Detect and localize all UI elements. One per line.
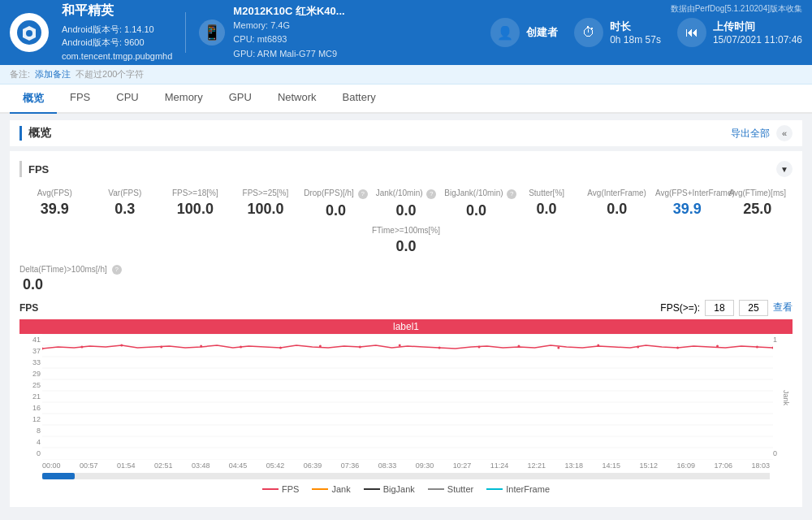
metric-interframe: Avg(InterFrame) 0.0 [581,185,652,223]
svg-point-28 [597,344,599,346]
tab-battery[interactable]: Battery [330,84,389,114]
metric-drop-fps: Drop(FPS)[/h] ? 0.0 [300,185,371,223]
upload-label: 上传时间 [713,20,802,34]
delta-value: 0.0 [23,276,793,293]
metric-var-fps-label: Var(FPS) [93,188,158,197]
overview-title: 概览 [28,126,51,141]
svg-point-31 [716,344,719,347]
svg-point-30 [676,346,679,349]
svg-point-23 [399,344,401,346]
x-axis: 00:00 00:57 01:54 02:51 03:48 04:45 05:4… [19,460,793,471]
metric-fps18: FPS>=18[%] 100.0 [160,185,231,223]
tab-network[interactable]: Network [265,84,330,114]
chart-label: FPS [19,302,38,314]
svg-point-17 [160,345,162,348]
delta-row: Delta(FTime)>100ms[/h] ? 0.0 [19,265,793,293]
fps-query-button[interactable]: 查看 [773,301,793,314]
main-content: 概览 导出全部 « FPS ▼ Avg(FPS) 39.9 Var(FPS) 0… [0,114,812,517]
tab-gpu[interactable]: GPU [216,84,265,114]
metric-avg-fps-value: 39.9 [23,201,87,218]
jank-axis-label: Jank [782,390,790,403]
device-name: M2012K10C 红米K40... [233,4,344,19]
metric-fps25: FPS>=25[%] 100.0 [231,185,301,223]
fps-collapse-button[interactable]: ▼ [776,161,793,177]
duration-value: 0h 18m 57s [610,34,661,46]
metric-avg-fps: Avg(FPS) 39.9 [19,185,90,223]
svg-point-25 [478,345,481,348]
metric-drop-fps-label: Drop(FPS)[/h] ? [304,188,368,199]
legend-fps-label: FPS [282,484,299,494]
overview-title-group: 概览 [19,126,51,141]
svg-point-26 [517,344,520,347]
chart-legend: FPS Jank BigJank Stutter InterFrame [19,481,793,497]
jank-help-icon[interactable]: ? [426,189,436,199]
add-note-link[interactable]: 添加备注 [35,68,71,80]
svg-point-18 [200,344,202,347]
chart-canvas[interactable] [42,334,773,460]
overview-header: 概览 导出全部 « [10,120,802,146]
metric-drop-fps-value: 0.0 [304,202,368,219]
metric-bigjank-label: BigJank(/10min) ? [444,188,508,199]
fps-threshold-1[interactable] [705,300,734,316]
upload-text: 上传时间 15/07/2021 11:07:46 [713,20,802,46]
legend-jank-line [312,488,328,490]
metric-ftime100-label: FTime>=100ms[%] [23,226,789,235]
metric-ftime-value: 25.0 [725,201,789,218]
fps-gte-label: FPS(>=): [660,302,700,314]
svg-point-19 [240,345,242,348]
device-icon: 📱 [199,20,225,46]
metric-fps-interframe: Avg(FPS+InterFrame) 39.9 [652,185,723,223]
tab-overview[interactable]: 概览 [10,84,57,114]
metric-fps-interframe-label: Avg(FPS+InterFrame) [655,188,719,197]
metric-avg-fps-label: Avg(FPS) [23,188,87,197]
legend-label-text: label1 [393,321,419,332]
creator-icon: 👤 [490,18,520,47]
metric-interframe-label: Avg(InterFrame) [585,188,649,197]
upload-icon: ⏮ [677,18,706,47]
tab-memory[interactable]: Memory [152,84,216,114]
metric-fps25-value: 100.0 [234,201,298,218]
duration-stat: ⏱ 时长 0h 18m 57s [574,18,661,47]
svg-point-21 [319,344,322,347]
overview-collapse-button[interactable]: « [776,125,793,141]
chart-scrollbar-thumb[interactable] [42,473,75,479]
metric-var-fps-value: 0.3 [93,201,158,218]
device-info: 📱 M2012K10C 红米K40... Memory: 7.4G CPU: m… [199,4,344,62]
fps-threshold-2[interactable] [739,300,768,316]
metric-ftime: Avg(FTime)[ms] 25.0 [722,185,793,223]
metric-fps18-label: FPS>=18[%] [163,188,227,197]
device-cpu: CPU: mt6893 [233,32,344,47]
metric-ftime100: FTime>=100ms[%] 0.0 [19,223,793,258]
delta-label: Delta(FTime)>100ms[/h] ? [19,265,793,275]
export-all-button[interactable]: 导出全部 [731,127,770,141]
header: 和平精英 Android版本号: 1.14.10 Android版本号: 960… [0,0,812,65]
metric-stutter: Stutter[%] 0.0 [512,185,582,223]
legend-jank-label: Jank [331,484,350,494]
svg-point-14 [42,347,43,349]
legend-bigjank: BigJank [364,484,415,494]
section-indicator [19,126,22,141]
metric-bigjank-value: 0.0 [444,202,508,219]
legend-bigjank-label: BigJank [383,484,415,494]
note-bar: 备注: 添加备注 不超过200个字符 [0,65,812,84]
app-info: 和平精英 Android版本号: 1.14.10 Android版本号: 960… [62,2,172,63]
chart-scrollbar[interactable] [42,473,770,479]
chart-area: 41 37 33 29 25 21 16 12 8 4 0 [19,334,793,460]
app-android-sdk: Android版本号: 9600 [62,36,172,50]
tab-fps[interactable]: FPS [57,84,103,114]
fps-section-title: FPS [28,163,49,176]
delta-help-icon[interactable]: ? [112,265,122,275]
creator-label: 创建者 [526,25,558,40]
legend-stutter-label: Stutter [447,484,473,494]
metric-fps-interframe-value: 39.9 [655,201,719,218]
metric-var-fps: Var(FPS) 0.3 [90,185,161,223]
creator-text: 创建者 [526,25,558,40]
tab-cpu[interactable]: CPU [103,84,151,114]
fps-controls: FPS(>=): 查看 [660,300,793,316]
svg-point-29 [637,345,639,348]
app-title: 和平精英 [62,2,172,20]
drop-fps-help-icon[interactable]: ? [358,189,368,199]
divider1 [185,12,186,53]
duration-text: 时长 0h 18m 57s [610,20,661,46]
fps-section-header: FPS ▼ [19,161,793,177]
